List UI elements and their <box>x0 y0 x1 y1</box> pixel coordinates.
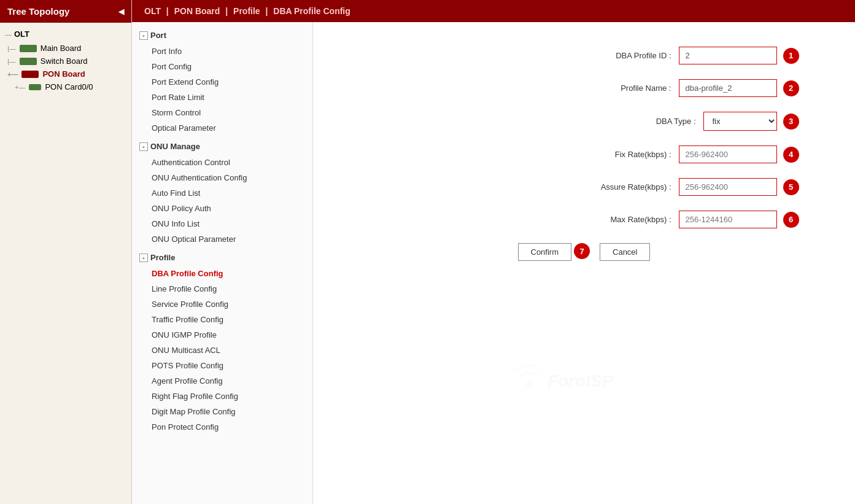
form-container: DBA Profile ID : 1 Profile Name : 2 <box>369 47 799 261</box>
dba-profile-id-label: DBA Profile ID : <box>573 51 671 60</box>
nav-item-pon-protect-config[interactable]: Pon Protect Config <box>132 419 312 435</box>
dba-type-select[interactable]: fix assured max fix+assured assured+max <box>703 112 777 131</box>
svg-point-0 <box>525 381 533 389</box>
form-row-assure-rate: Assure Rate(kbps) : 5 <box>369 178 799 196</box>
assure-rate-label: Assure Rate(kbps) : <box>573 182 671 192</box>
tree-item-pon-card[interactable]: +— PON Card0/0 <box>0 80 131 93</box>
pon-board-label: PON Board <box>42 69 85 79</box>
form-row-fix-rate: Fix Rate(kbps) : 4 <box>369 145 799 163</box>
onu-section-label: ONU Manage <box>150 142 200 151</box>
form-row-dba-profile-id: DBA Profile ID : 1 <box>369 47 799 64</box>
profile-expand-icon[interactable]: - <box>139 254 148 262</box>
nav-item-onu-info-list[interactable]: ONU Info List <box>132 216 312 231</box>
max-rate-input[interactable] <box>679 211 777 228</box>
nav-item-port-rate-limit[interactable]: Port Rate Limit <box>132 90 312 105</box>
tree-item-olt[interactable]: — OLT <box>0 26 131 42</box>
step-badge-2: 2 <box>783 80 799 96</box>
profile-name-wrap: 2 <box>679 79 799 97</box>
step-badge-1: 1 <box>783 48 799 64</box>
tree-item-pon-board[interactable]: +— PON Board <box>0 68 131 80</box>
pon-board-icon <box>21 71 39 78</box>
nav-section-port: - Port <box>132 27 312 44</box>
form-row-dba-type: DBA Type : fix assured max fix+assured a… <box>369 112 799 131</box>
dba-type-wrap: fix assured max fix+assured assured+max … <box>703 112 799 131</box>
profile-section-label: Profile <box>150 253 175 262</box>
nav-item-port-info[interactable]: Port Info <box>132 44 312 59</box>
tree-item-main-board[interactable]: |— Main Board <box>0 42 131 55</box>
nav-item-onu-optical-param[interactable]: ONU Optical Parameter <box>132 231 312 247</box>
step-badge-5: 5 <box>783 179 799 195</box>
switch-board-label: Switch Board <box>41 56 88 66</box>
profile-name-input[interactable] <box>679 79 777 97</box>
sidebar-tree: — OLT |— Main Board |— Switch Board +— P… <box>0 23 131 504</box>
nav-item-storm-control[interactable]: Storm Control <box>132 105 312 120</box>
nav-item-traffic-profile-config[interactable]: Traffic Profile Config <box>132 312 312 327</box>
step-badge-7: 7 <box>574 243 590 259</box>
onu-expand-icon[interactable]: - <box>139 142 148 151</box>
olt-label: OLT <box>14 29 29 39</box>
sidebar-toggle-icon[interactable]: ◀ <box>118 7 124 16</box>
nav-item-line-profile-config[interactable]: Line Profile Config <box>132 281 312 297</box>
nav-item-agent-profile-config[interactable]: Agent Profile Config <box>132 373 312 389</box>
nav-item-auto-find-list[interactable]: Auto Find List <box>132 185 312 201</box>
dba-profile-id-wrap: 1 <box>679 47 799 64</box>
switch-board-icon <box>20 58 37 65</box>
cancel-button[interactable]: Cancel <box>600 243 650 261</box>
port-expand-icon[interactable]: - <box>139 31 148 40</box>
dba-profile-id-input[interactable] <box>679 47 777 64</box>
nav-item-onu-policy-auth[interactable]: ONU Policy Auth <box>132 201 312 216</box>
nav-item-digit-map-profile[interactable]: Digit Map Profile Config <box>132 404 312 419</box>
assure-rate-input[interactable] <box>679 178 777 196</box>
max-rate-wrap: 6 <box>679 211 799 228</box>
tree-item-switch-board[interactable]: |— Switch Board <box>0 55 131 68</box>
nav-section-profile: - Profile <box>132 249 312 266</box>
breadcrumb: OLT | PON Board | Profile | DBA Profile … <box>132 0 855 22</box>
nav-item-service-profile-config[interactable]: Service Profile Config <box>132 297 312 312</box>
nav-item-port-extend-config[interactable]: Port Extend Config <box>132 74 312 90</box>
form-row-max-rate: Max Rate(kbps) : 6 <box>369 211 799 228</box>
nav-item-port-config[interactable]: Port Config <box>132 59 312 74</box>
watermark: ForoISP <box>511 351 658 406</box>
step-badge-6: 6 <box>783 212 799 228</box>
main-board-label: Main Board <box>41 44 81 53</box>
form-panel: ForoISP DBA Profile ID : 1 Profile <box>313 22 855 504</box>
form-row-profile-name: Profile Name : 2 <box>369 79 799 97</box>
nav-item-dba-profile-config[interactable]: DBA Profile Config <box>132 266 312 281</box>
nav-item-onu-auth-config[interactable]: ONU Authentication Config <box>132 170 312 185</box>
nav-section-onu: - ONU Manage <box>132 138 312 155</box>
sidebar-header: Tree Topology ◀ <box>0 0 131 23</box>
pon-card-label: PON Card0/0 <box>45 82 93 91</box>
nav-item-auth-control[interactable]: Authentication Control <box>132 155 312 170</box>
breadcrumb-text: OLT | PON Board | Profile | DBA Profile … <box>144 6 350 16</box>
nav-item-onu-igmp-profile[interactable]: ONU IGMP Profile <box>132 327 312 343</box>
fix-rate-input[interactable] <box>679 145 777 163</box>
fix-rate-wrap: 4 <box>679 145 799 163</box>
nav-item-onu-multicast-acl[interactable]: ONU Multicast ACL <box>132 343 312 358</box>
nav-item-pots-profile-config[interactable]: POTS Profile Config <box>132 358 312 373</box>
nav-panel: - Port Port Info Port Config Port Extend… <box>132 22 313 504</box>
step-badge-4: 4 <box>783 147 799 163</box>
confirm-button[interactable]: Confirm <box>518 243 572 261</box>
nav-item-right-flag-profile[interactable]: Right Flag Profile Config <box>132 389 312 404</box>
nav-item-optical-parameter[interactable]: Optical Parameter <box>132 120 312 136</box>
main-board-icon <box>20 45 37 52</box>
port-section-label: Port <box>150 31 166 40</box>
svg-text:ForoISP: ForoISP <box>547 371 614 390</box>
form-buttons: Confirm 7 Cancel <box>369 243 799 261</box>
pon-card-icon <box>29 84 41 90</box>
step-badge-3: 3 <box>783 114 799 130</box>
fix-rate-label: Fix Rate(kbps) : <box>573 150 671 159</box>
assure-rate-wrap: 5 <box>679 178 799 196</box>
max-rate-label: Max Rate(kbps) : <box>573 215 671 224</box>
sidebar-title: Tree Topology <box>7 6 69 17</box>
dba-type-label: DBA Type : <box>598 117 696 126</box>
profile-name-label: Profile Name : <box>573 83 671 93</box>
